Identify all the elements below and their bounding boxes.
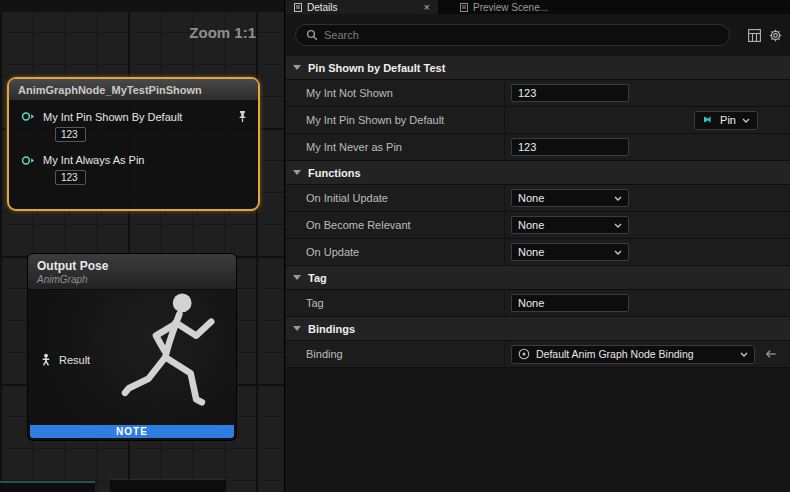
my-int-never-as-pin-input[interactable]: 123 xyxy=(511,138,629,156)
panel-tab-bar: Details × Preview Scene... xyxy=(286,0,790,14)
pin-row: My Int Pin Shown By Default xyxy=(21,110,248,123)
output-pose-node[interactable]: Output Pose AnimGraph xyxy=(27,253,237,441)
property-label: On Update xyxy=(286,239,505,265)
partial-node[interactable] xyxy=(110,479,226,492)
search-input[interactable]: Search xyxy=(295,24,730,46)
pin-value-input[interactable]: 123 xyxy=(55,127,86,142)
section-header-pin-shown[interactable]: Pin Shown by Default Test xyxy=(286,56,790,80)
tag-input[interactable]: None xyxy=(511,294,629,312)
property-row: My Int Never as Pin 123 xyxy=(286,134,790,161)
property-row: On Become Relevant None xyxy=(286,212,790,239)
int-pin-icon[interactable] xyxy=(21,111,36,122)
node-subtitle: AnimGraph xyxy=(37,274,227,285)
pin-icon xyxy=(702,114,714,126)
chevron-down-icon xyxy=(293,170,301,175)
chevron-down-icon xyxy=(742,118,750,123)
tab-label: Preview Scene... xyxy=(473,2,548,13)
chevron-down-icon xyxy=(293,275,301,280)
result-pin-row: Result xyxy=(40,353,90,366)
tab-details[interactable]: Details × xyxy=(286,0,438,14)
mannequin-image xyxy=(106,286,234,436)
search-placeholder: Search xyxy=(324,29,359,41)
property-label: My Int Pin Shown by Default xyxy=(286,107,505,133)
section-title: Tag xyxy=(308,272,327,284)
node-title: Output Pose xyxy=(37,259,227,273)
chevron-down-icon xyxy=(740,352,748,357)
node-header[interactable]: Output Pose AnimGraph xyxy=(28,254,236,290)
property-row: My Int Not Shown 123 xyxy=(286,80,790,107)
graph-top-strip xyxy=(0,0,284,12)
node-title[interactable]: AnimGraphNode_MyTestPinShown xyxy=(9,79,258,101)
close-icon[interactable]: × xyxy=(424,2,430,12)
on-become-relevant-dropdown[interactable]: None xyxy=(511,216,629,234)
dropdown-value: None xyxy=(518,246,544,258)
property-row: On Initial Update None xyxy=(286,185,790,212)
partial-node[interactable] xyxy=(0,481,95,492)
my-int-not-shown-input[interactable]: 123 xyxy=(511,84,629,102)
pin-state-dropdown[interactable]: Pin xyxy=(694,111,758,130)
zoom-level-label: Zoom 1:1 xyxy=(189,24,256,41)
property-row: My Int Pin Shown by Default Pin xyxy=(286,107,790,134)
property-label: On Become Relevant xyxy=(286,212,505,238)
details-panel: Details × Preview Scene... xyxy=(286,0,790,492)
section-header-functions[interactable]: Functions xyxy=(286,161,790,185)
anim-graph-node-selected[interactable]: AnimGraphNode_MyTestPinShown My Int Pin … xyxy=(7,77,260,211)
section-title: Pin Shown by Default Test xyxy=(308,62,445,74)
chevron-down-icon xyxy=(614,223,622,228)
section-header-tag[interactable]: Tag xyxy=(286,266,790,290)
dropdown-value: None xyxy=(518,192,544,204)
unreal-editor-window: Zoom 1:1 AnimGraphNode_MyTestPinShown My… xyxy=(0,0,790,492)
section-title: Functions xyxy=(308,167,361,179)
anim-graph-canvas[interactable]: Zoom 1:1 AnimGraphNode_MyTestPinShown My… xyxy=(0,0,285,492)
preview-scene-tab-icon xyxy=(460,3,468,12)
details-tab-icon xyxy=(294,3,302,12)
binding-value: Default Anim Graph Node Binding xyxy=(536,348,694,360)
unpin-icon[interactable] xyxy=(237,110,248,123)
chevron-down-icon xyxy=(293,326,301,331)
result-pin-label: Result xyxy=(59,354,90,366)
property-label: On Initial Update xyxy=(286,185,505,211)
property-label: Tag xyxy=(286,290,505,316)
pin-dropdown-label: Pin xyxy=(720,114,736,126)
chevron-down-icon xyxy=(614,196,622,201)
tab-preview-scene[interactable]: Preview Scene... xyxy=(452,0,556,14)
binding-icon xyxy=(518,348,530,360)
chevron-down-icon xyxy=(614,250,622,255)
on-update-dropdown[interactable]: None xyxy=(511,243,629,261)
details-toolbar: Search xyxy=(286,14,790,56)
int-pin-icon[interactable] xyxy=(21,155,36,166)
reset-to-default-icon[interactable] xyxy=(764,349,777,359)
section-title: Bindings xyxy=(308,323,355,335)
on-initial-update-dropdown[interactable]: None xyxy=(511,189,629,207)
dropdown-value: None xyxy=(518,219,544,231)
property-label: My Int Not Shown xyxy=(286,80,505,106)
pin-label: My Int Always As Pin xyxy=(43,154,144,166)
binding-dropdown[interactable]: Default Anim Graph Node Binding xyxy=(511,345,755,364)
pin-value-input[interactable]: 123 xyxy=(55,170,86,185)
display-filter-icon[interactable] xyxy=(748,29,761,42)
pin-row: My Int Always As Pin xyxy=(21,154,248,166)
tab-label: Details xyxy=(307,2,338,13)
note-bubble[interactable]: NOTE xyxy=(30,425,234,438)
pin-label: My Int Pin Shown By Default xyxy=(43,111,182,123)
property-label: Binding xyxy=(286,341,505,367)
property-sections: Pin Shown by Default Test My Int Not Sho… xyxy=(286,56,790,368)
search-icon xyxy=(306,29,318,41)
property-label: My Int Never as Pin xyxy=(286,134,505,160)
property-row: Tag None xyxy=(286,290,790,317)
settings-gear-icon[interactable] xyxy=(769,29,782,42)
chevron-down-icon xyxy=(293,65,301,70)
property-row: Binding Default Anim Graph Node Binding xyxy=(286,341,790,368)
pose-pin-icon[interactable] xyxy=(40,353,52,366)
property-row: On Update None xyxy=(286,239,790,266)
section-header-bindings[interactable]: Bindings xyxy=(286,317,790,341)
